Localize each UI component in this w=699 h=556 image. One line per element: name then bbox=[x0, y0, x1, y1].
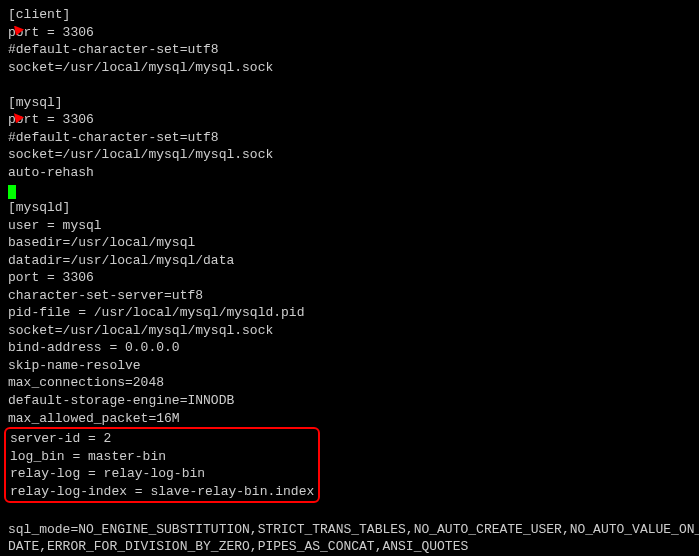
mysqld-pidfile: pid-file = /usr/local/mysql/mysqld.pid bbox=[8, 304, 691, 322]
mysqld-datadir: datadir=/usr/local/mysql/data bbox=[8, 252, 691, 270]
mysqld-charset: character-set-server=utf8 bbox=[8, 287, 691, 305]
relayidx-line: relay-log-index = slave-relay-bin.index bbox=[10, 483, 314, 501]
sqlmode-line2: DATE,ERROR_FOR_DIVISION_BY_ZERO,PIPES_AS… bbox=[8, 538, 691, 556]
client-charset: #default-character-set=utf8 bbox=[8, 41, 691, 59]
relaylog-line: relay-log = relay-log-bin bbox=[10, 465, 314, 483]
mysqld-bindaddr: bind-address = 0.0.0.0 bbox=[8, 339, 691, 357]
serverid-line: server-id = 2 bbox=[10, 430, 314, 448]
mysql-charset: #default-character-set=utf8 bbox=[8, 129, 691, 147]
mysql-port: port = 3306 bbox=[8, 111, 94, 129]
blank-line bbox=[8, 503, 691, 521]
mysqld-skipname: skip-name-resolve bbox=[8, 357, 691, 375]
mysql-autorehash: auto-rehash bbox=[8, 164, 691, 182]
mysqld-engine: default-storage-engine=INNODB bbox=[8, 392, 691, 410]
client-header: [client] bbox=[8, 6, 691, 24]
cursor-line[interactable] bbox=[8, 181, 691, 199]
highlighted-replication-box: server-id = 2 log_bin = master-bin relay… bbox=[4, 427, 320, 503]
mysqld-socket: socket=/usr/local/mysql/mysql.sock bbox=[8, 322, 691, 340]
cursor-icon bbox=[8, 185, 16, 199]
blank-line bbox=[8, 76, 691, 94]
mysqld-maxconn: max_connections=2048 bbox=[8, 374, 691, 392]
logbin-line: log_bin = master-bin bbox=[10, 448, 314, 466]
mysqld-maxpacket: max_allowed_packet=16M bbox=[8, 410, 691, 428]
mysqld-port: port = 3306 bbox=[8, 269, 691, 287]
mysqld-basedir: basedir=/usr/local/mysql bbox=[8, 234, 691, 252]
mysql-socket: socket=/usr/local/mysql/mysql.sock bbox=[8, 146, 691, 164]
client-port: port = 3306 bbox=[8, 24, 94, 42]
client-socket: socket=/usr/local/mysql/mysql.sock bbox=[8, 59, 691, 77]
mysql-header: [mysql] bbox=[8, 94, 691, 112]
sqlmode-line1: sql_mode=NO_ENGINE_SUBSTITUTION,STRICT_T… bbox=[8, 521, 691, 539]
mysqld-header: [mysqld] bbox=[8, 199, 691, 217]
mysqld-user: user = mysql bbox=[8, 217, 691, 235]
